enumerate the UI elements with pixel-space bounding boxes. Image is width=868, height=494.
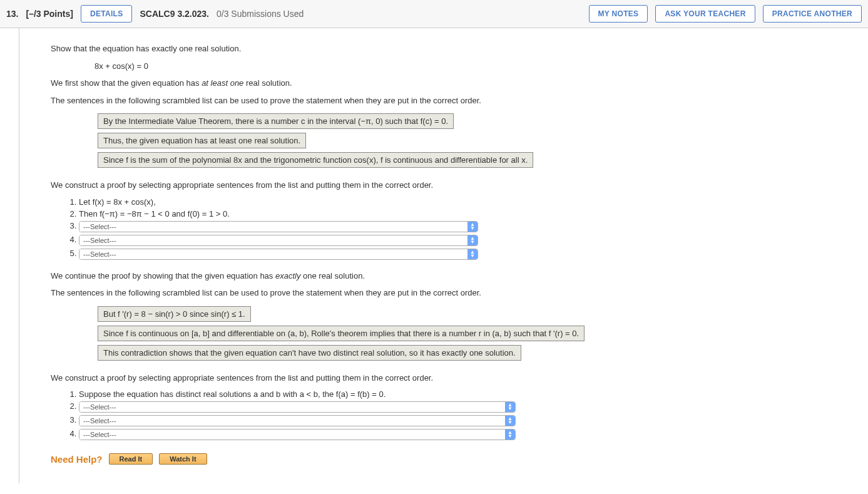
scrambled-list-1: By the Intermediate Value Theorem, there… <box>98 111 837 170</box>
submissions-used: 0/3 Submissions Used <box>217 9 304 19</box>
chevron-updown-icon[interactable]: ▲▼ <box>467 249 477 259</box>
select-dropdown-3[interactable]: ▲▼ <box>79 221 478 232</box>
proof-step-select: ▲▼ <box>79 414 837 427</box>
select-dropdown-b3[interactable]: ▲▼ <box>79 415 516 426</box>
scrambled-list-2: But f ′(r) = 8 − sin(r) > 0 since sin(r)… <box>98 304 837 363</box>
proof-step: Suppose the equation has distinct real s… <box>79 389 837 399</box>
scrambled-item: By the Intermediate Value Theorem, there… <box>98 113 454 129</box>
select-dropdown-b2[interactable]: ▲▼ <box>79 401 516 413</box>
scrambled-item: Since f is continuous on [a, b] and diff… <box>98 326 585 341</box>
select-input[interactable] <box>79 249 467 259</box>
ask-teacher-button[interactable]: ASK YOUR TEACHER <box>655 5 755 23</box>
construct-intro-1: We construct a proof by selecting approp… <box>51 179 837 192</box>
question-number: 13. <box>6 9 18 19</box>
scramble-intro-1: The sentences in the following scrambled… <box>51 95 837 107</box>
scrambled-item: Since f is the sum of the polynomial 8x … <box>98 152 533 168</box>
question-header: 13. [–/3 Points] DETAILS SCALC9 3.2.023.… <box>0 0 868 28</box>
need-help-label: Need Help? <box>51 454 103 465</box>
chevron-updown-icon[interactable]: ▲▼ <box>467 222 477 232</box>
select-dropdown-b4[interactable]: ▲▼ <box>79 429 516 440</box>
intro-atleast: We first show that the given equation ha… <box>51 77 837 90</box>
select-input[interactable] <box>79 402 505 412</box>
proof-step-select: ▲▼ <box>79 220 837 233</box>
equation-text: 8x + cos(x) = 0 <box>94 60 837 73</box>
scrambled-item: But f ′(r) = 8 − sin(r) > 0 since sin(r)… <box>98 306 251 322</box>
chevron-updown-icon[interactable]: ▲▼ <box>505 430 515 440</box>
select-dropdown-4[interactable]: ▲▼ <box>79 235 478 246</box>
question-points: [–/3 Points] <box>26 9 73 19</box>
proof-list-2: Suppose the equation has distinct real s… <box>63 389 837 441</box>
question-content: Show that the equation has exactly one r… <box>19 28 868 483</box>
proof-step-select: ▲▼ <box>79 234 837 247</box>
proof-step: Then f(−π) = −8π − 1 < 0 and f(0) = 1 > … <box>79 208 837 219</box>
proof-step-select: ▲▼ <box>79 428 837 441</box>
proof-step: Let f(x) = 8x + cos(x), <box>79 197 837 207</box>
reference-code: SCALC9 3.2.023. <box>140 9 209 19</box>
chevron-updown-icon[interactable]: ▲▼ <box>467 235 477 245</box>
chevron-updown-icon[interactable]: ▲▼ <box>505 402 515 412</box>
scrambled-item: This contradiction shows that the given … <box>98 345 521 361</box>
select-input[interactable] <box>79 416 505 426</box>
details-button[interactable]: DETAILS <box>81 5 133 23</box>
proof-step-select: ▲▼ <box>79 401 837 413</box>
practice-another-button[interactable]: PRACTICE ANOTHER <box>763 5 862 23</box>
read-it-button[interactable]: Read It <box>109 453 153 465</box>
scrambled-item: Thus, the given equation has at least on… <box>98 133 306 148</box>
select-input[interactable] <box>79 430 505 440</box>
scramble-intro-2: The sentences in the following scrambled… <box>51 287 837 299</box>
prompt-text: Show that the equation has exactly one r… <box>51 43 837 55</box>
proof-list-1: Let f(x) = 8x + cos(x), Then f(−π) = −8π… <box>63 197 837 260</box>
proof-step-select: ▲▼ <box>79 248 837 260</box>
my-notes-button[interactable]: MY NOTES <box>589 5 648 23</box>
continue-intro: We continue the proof by showing that th… <box>51 270 837 282</box>
need-help-bar: Need Help? Read It Watch It <box>51 453 837 465</box>
select-input[interactable] <box>79 235 467 245</box>
chevron-updown-icon[interactable]: ▲▼ <box>505 416 515 426</box>
construct-intro-2: We construct a proof by selecting approp… <box>51 372 837 384</box>
select-input[interactable] <box>79 222 467 232</box>
select-dropdown-5[interactable]: ▲▼ <box>79 249 478 260</box>
watch-it-button[interactable]: Watch It <box>159 453 207 465</box>
